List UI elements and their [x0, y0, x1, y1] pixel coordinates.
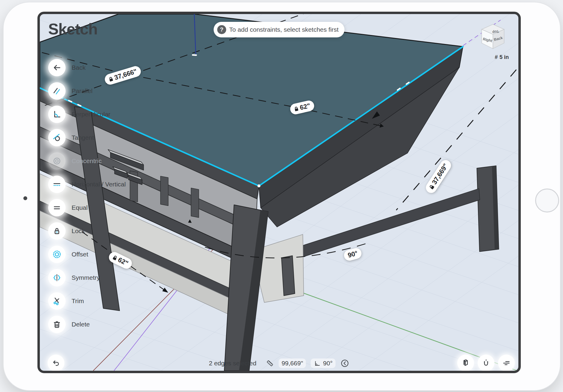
lock-icon: [52, 227, 61, 235]
view-cube[interactable]: Top Right Back: [476, 22, 509, 53]
tooltip-text: To add constraints, select sketches firs…: [229, 26, 338, 33]
sidebar-item-concentric[interactable]: Concentric: [48, 149, 126, 173]
back-arrow-icon: [52, 63, 61, 72]
lock-icon: [293, 106, 299, 112]
sidebar-item-back[interactable]: Back: [48, 56, 126, 79]
corner-vertex[interactable]: [258, 184, 261, 187]
horizontal-vertical-icon: [52, 180, 61, 189]
sidebar-item-label: Back: [72, 64, 86, 71]
symmetry-icon: [52, 273, 61, 282]
magnet-icon: [482, 359, 490, 367]
bodies-visibility-button[interactable]: [457, 355, 474, 371]
sidebar-item-label: Perpendicular: [72, 111, 111, 118]
angle-icon: [314, 360, 321, 367]
sidebar-item-lock[interactable]: Lock: [48, 219, 126, 243]
sidebar-item-horizontal-vertical[interactable]: Horizontal / Vertical: [48, 173, 126, 196]
ruler-icon: [266, 359, 274, 367]
viewport-tools: [457, 355, 515, 371]
home-button[interactable]: [535, 189, 559, 212]
chevron-circle-icon[interactable]: [340, 359, 349, 368]
delete-icon: [52, 320, 61, 329]
concentric-icon: [52, 157, 61, 165]
sidebar-item-trim[interactable]: Trim: [48, 289, 126, 313]
sidebar-item-label: Concentric: [72, 157, 102, 165]
sidebar-item-offset[interactable]: Offset: [48, 243, 126, 266]
sidebar-item-equal[interactable]: Equal: [48, 196, 126, 219]
selection-status: 2 edges selected: [209, 360, 256, 367]
lock-icon: [428, 184, 435, 190]
length-field[interactable]: 99,669": [279, 358, 306, 368]
tangent-icon: [52, 133, 61, 142]
sidebar-item-label: Tangent: [72, 134, 94, 141]
grid-size-indicator[interactable]: # 5 in: [495, 54, 509, 60]
sidebar-item-symmetry[interactable]: Symmetry: [48, 266, 126, 289]
parallel-icon: [52, 86, 61, 95]
undo-icon: [52, 359, 60, 367]
options-lines-icon: [502, 359, 511, 367]
equal-icon: [52, 203, 61, 212]
view-options-button[interactable]: [498, 355, 515, 371]
angle-field[interactable]: 90°: [311, 358, 336, 368]
dimension-value: 90°: [347, 249, 359, 259]
undo-button[interactable]: [48, 355, 64, 371]
bodies-icon: [461, 359, 470, 367]
sidebar-item-perpendicular[interactable]: Perpendicular: [48, 103, 126, 126]
sidebar-item-label: Symmetry: [72, 274, 100, 281]
constraint-toolbar: Back Parallel Perpendicular Tangent Conc…: [48, 56, 126, 336]
status-bar: 2 edges selected 99,669" 90°: [209, 357, 349, 370]
sidebar-item-label: Horizontal / Vertical: [72, 181, 126, 188]
length-value: 99,669": [282, 360, 303, 367]
question-icon[interactable]: ?: [217, 25, 226, 34]
sidebar-item-label: Equal: [72, 204, 88, 211]
sketch-canvas[interactable]: 37,666" 62" 37,669" 62" 90° Sketch ? To …: [40, 14, 518, 371]
sidebar-item-label: Lock: [72, 227, 85, 235]
sidebar-item-label: Delete: [72, 321, 90, 328]
grid-icon: #: [495, 54, 498, 60]
page-title: Sketch: [48, 20, 98, 38]
sidebar-item-label: Trim: [72, 297, 84, 305]
angle-value: 90°: [323, 360, 333, 367]
trim-icon: [52, 297, 61, 306]
sidebar-item-delete[interactable]: Delete: [48, 313, 126, 336]
constraints-tooltip: ? To add constraints, select sketches fi…: [214, 22, 344, 37]
offset-icon: [52, 250, 61, 259]
sidebar-item-parallel[interactable]: Parallel: [48, 79, 126, 103]
perpendicular-icon: [52, 110, 61, 119]
snapping-button[interactable]: [478, 355, 494, 371]
sidebar-item-label: Parallel: [72, 87, 93, 95]
sidebar-item-tangent[interactable]: Tangent: [48, 126, 126, 149]
camera-dot: [23, 196, 27, 200]
dimension-value: 62": [299, 102, 311, 112]
sidebar-item-label: Offset: [72, 251, 88, 258]
grid-size-value: 5 in: [500, 54, 509, 60]
screen-frame: 37,666" 62" 37,669" 62" 90° Sketch ? To …: [37, 12, 521, 373]
